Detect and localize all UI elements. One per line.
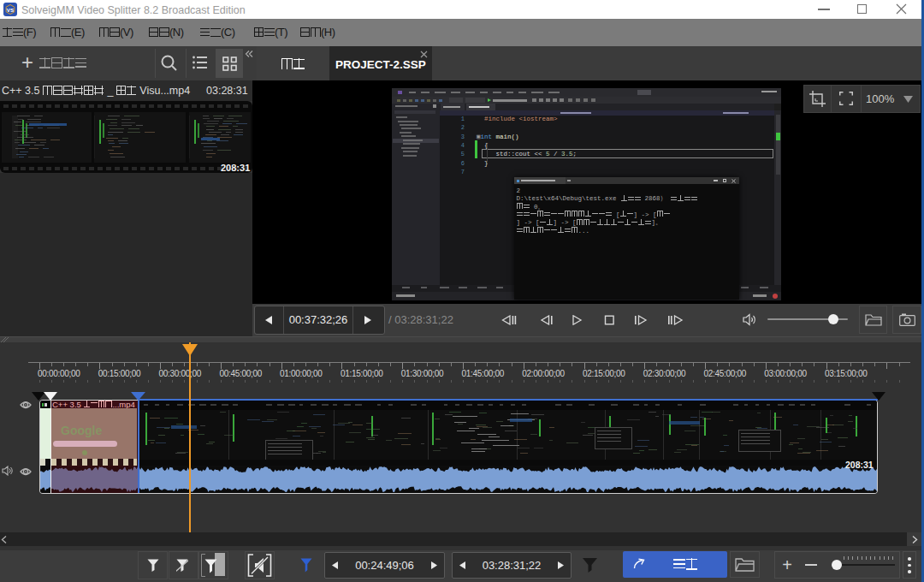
svg-text:VS: VS — [7, 7, 14, 13]
